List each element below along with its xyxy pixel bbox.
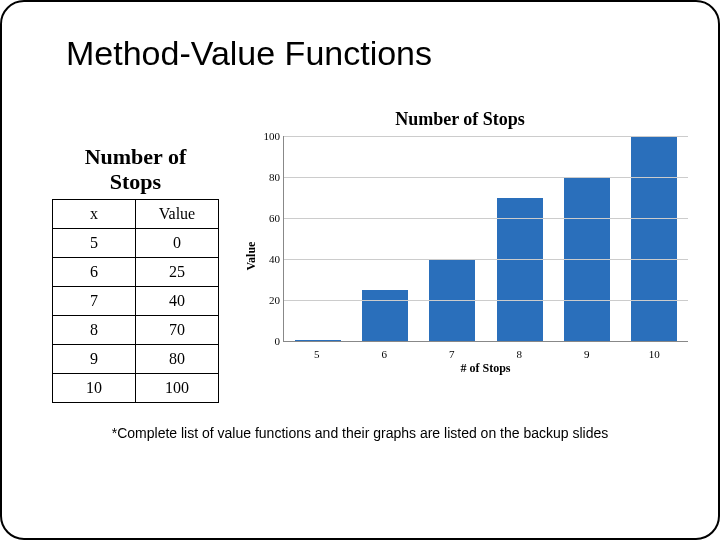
gridline bbox=[284, 136, 688, 137]
y-tick: 100 bbox=[264, 130, 281, 142]
cell-x: 9 bbox=[53, 344, 136, 373]
y-tick: 80 bbox=[269, 171, 280, 183]
table-header-value: Value bbox=[136, 199, 219, 228]
cell-x: 10 bbox=[53, 373, 136, 402]
x-ticks: 5678910 bbox=[283, 348, 688, 360]
cell-value: 40 bbox=[136, 286, 219, 315]
table-caption-line1: Number of bbox=[85, 144, 187, 169]
cell-x: 5 bbox=[53, 228, 136, 257]
plot: 020406080100 bbox=[283, 136, 688, 342]
x-tick: 9 bbox=[564, 348, 610, 360]
table-row: 5 0 bbox=[53, 228, 219, 257]
x-tick: 8 bbox=[496, 348, 542, 360]
cell-x: 8 bbox=[53, 315, 136, 344]
bar bbox=[631, 136, 677, 341]
gridline bbox=[284, 218, 688, 219]
y-tick: 0 bbox=[275, 335, 281, 347]
table-row: 8 70 bbox=[53, 315, 219, 344]
table-header-row: x Value bbox=[53, 199, 219, 228]
y-axis-label: Value bbox=[244, 242, 259, 271]
table-header-x: x bbox=[53, 199, 136, 228]
x-tick: 7 bbox=[429, 348, 475, 360]
chart-title: Number of Stops bbox=[222, 109, 698, 130]
data-table: x Value 5 0 6 25 7 40 8 70 bbox=[52, 199, 219, 403]
x-axis-label: # of Stops bbox=[283, 361, 688, 376]
bar bbox=[362, 290, 408, 341]
table-row: 10 100 bbox=[53, 373, 219, 402]
y-tick: 40 bbox=[269, 253, 280, 265]
table-row: 7 40 bbox=[53, 286, 219, 315]
slide: Method-Value Functions Number of Stops N… bbox=[0, 0, 720, 540]
bars-container bbox=[284, 136, 688, 341]
bar bbox=[295, 340, 341, 341]
table-caption: Number of Stops bbox=[52, 144, 219, 195]
cell-value: 0 bbox=[136, 228, 219, 257]
gridline bbox=[284, 300, 688, 301]
x-tick: 6 bbox=[361, 348, 407, 360]
cell-x: 7 bbox=[53, 286, 136, 315]
gridline bbox=[284, 259, 688, 260]
cell-x: 6 bbox=[53, 257, 136, 286]
table-row: 6 25 bbox=[53, 257, 219, 286]
footnote: *Complete list of value functions and th… bbox=[22, 425, 698, 441]
bar bbox=[497, 198, 543, 342]
cell-value: 70 bbox=[136, 315, 219, 344]
table-row: 9 80 bbox=[53, 344, 219, 373]
chart-area: Value 020406080100 5678910 # of Stops bbox=[255, 136, 698, 376]
x-tick: 10 bbox=[631, 348, 677, 360]
gridline bbox=[284, 177, 688, 178]
cell-value: 25 bbox=[136, 257, 219, 286]
cell-value: 80 bbox=[136, 344, 219, 373]
content-row: Number of Stops x Value 5 0 6 25 7 bbox=[22, 136, 698, 403]
x-tick: 5 bbox=[294, 348, 340, 360]
table-caption-line2: Stops bbox=[110, 169, 161, 194]
y-tick: 20 bbox=[269, 294, 280, 306]
table-block: Number of Stops x Value 5 0 6 25 7 bbox=[52, 144, 219, 403]
y-tick: 60 bbox=[269, 212, 280, 224]
cell-value: 100 bbox=[136, 373, 219, 402]
page-title: Method-Value Functions bbox=[66, 34, 698, 73]
